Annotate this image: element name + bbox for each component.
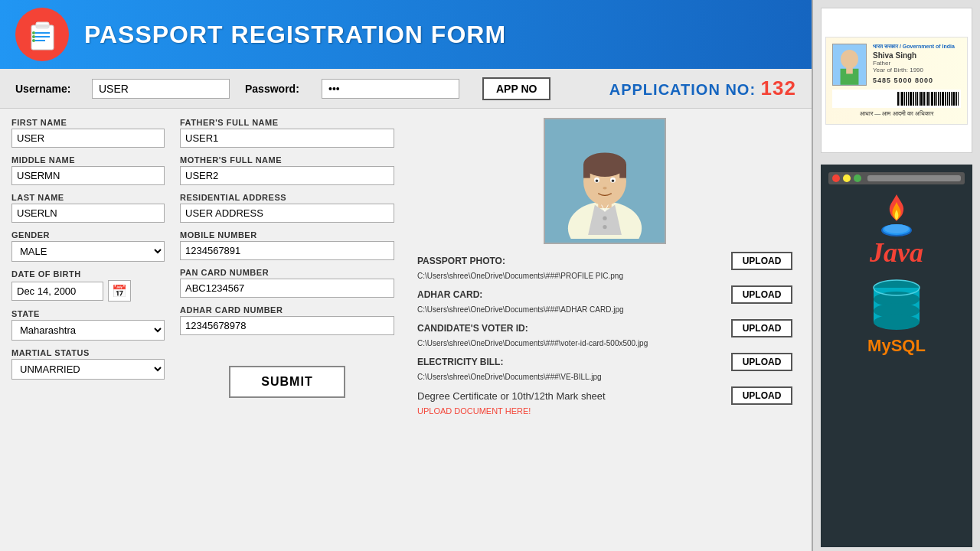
passport-photo-display [544,118,666,244]
header: PASSPORT REGISTRATION FORM [0,0,812,69]
svg-point-8 [32,39,35,42]
gender-group: GENDER MALE FEMALE OTHER [11,230,165,262]
electricity-bill-upload-header: ELECTRICITY BILL: UPLOAD [417,353,792,371]
svg-rect-2 [36,24,49,28]
degree-cert-upload-header: Degree Certificate or 10th/12th Mark she… [417,386,792,405]
username-label: Username: [15,83,77,95]
last-name-input[interactable] [11,204,165,223]
marital-status-label: MARTIAL STATUS [11,348,165,357]
svg-point-18 [596,179,599,182]
svg-point-24 [841,49,858,68]
svg-rect-55 [958,92,959,106]
svg-rect-41 [927,92,929,106]
middle-column: FATHER'S FULL NAME MOTHER'S FULL NAME RE… [180,118,394,542]
avatar [551,124,658,239]
gender-select[interactable]: MALE FEMALE OTHER [11,241,165,262]
submit-button[interactable]: SUBMIT [229,366,345,398]
svg-rect-14 [583,165,590,178]
password-input[interactable] [322,79,459,99]
passport-photo-upload-label: PASSPORT PHOTO: [417,256,505,266]
voter-id-upload-label: CANDIDATE'S VOTER ID: [417,323,528,334]
right-column: PASSPORT PHOTO: UPLOAD C:\Users\shree\On… [410,118,800,542]
app-no-button[interactable]: APP NO [482,77,550,100]
gender-label: GENDER [11,230,165,240]
electricity-bill-upload-btn[interactable]: UPLOAD [731,353,792,371]
dob-label: DATE OF BIRTH [11,269,165,279]
mobile-input[interactable] [180,241,394,260]
first-name-label: FIRST NAME [11,118,165,127]
upload-doc-here-label: UPLOAD DOCUMENT HERE! [417,406,531,416]
marital-status-group: MARTIAL STATUS UNMARRIED MARRIED DIVORCE… [11,348,165,380]
upload-section: PASSPORT PHOTO: UPLOAD C:\Users\shree\On… [410,252,800,421]
svg-point-58 [884,224,909,233]
calendar-button[interactable]: 📅 [108,280,131,302]
svg-rect-33 [910,92,912,106]
mobile-group: MOBILE NUMBER [180,230,394,260]
passport-photo-upload-row: PASSPORT PHOTO: UPLOAD C:\Users\shree\On… [417,252,792,282]
degree-cert-upload-row: Degree Certificate or 10th/12th Mark she… [417,386,792,418]
svg-rect-49 [945,92,946,106]
left-column: FIRST NAME MIDDLE NAME LAST NAME GENDER … [11,118,165,542]
svg-rect-35 [915,92,916,106]
svg-rect-44 [934,92,936,106]
username-input[interactable] [92,79,230,99]
svg-rect-32 [908,92,909,106]
java-text: Java [870,236,923,269]
svg-rect-30 [904,92,905,106]
adhar-card-label: ADHAR CARD NUMBER [180,305,394,315]
degree-cert-upload-btn[interactable]: UPLOAD [731,386,792,405]
fathers-name-group: FATHER'S FULL NAME [180,118,394,148]
svg-rect-48 [942,92,944,106]
mobile-label: MOBILE NUMBER [180,230,394,240]
state-select[interactable]: Maharashtra Delhi Karnataka Tamil Nadu [11,320,165,341]
svg-point-22 [603,224,606,228]
middle-name-input[interactable] [11,166,165,185]
address-group: RESIDENTIAL ADDRESS [180,193,394,223]
svg-rect-38 [920,92,923,106]
svg-rect-31 [906,92,907,106]
voter-id-upload-row: CANDIDATE'S VOTER ID: UPLOAD C:\Users\sh… [417,319,792,350]
passport-photo-upload-header: PASSPORT PHOTO: UPLOAD [417,252,792,270]
adhar-card-input[interactable] [180,316,394,335]
electricity-bill-upload-label: ELECTRICITY BILL: [417,357,503,367]
pan-card-input[interactable] [180,279,394,298]
middle-name-group: MIDDLE NAME [11,155,165,185]
passport-photo-path: C:\Users\shree\OneDrive\Documents\###\PR… [417,272,623,280]
fathers-name-label: FATHER'S FULL NAME [180,118,394,127]
svg-rect-26 [846,66,853,73]
marital-status-select[interactable]: UNMARRIED MARRIED DIVORCED WIDOWED [11,359,165,380]
voter-id-upload-btn[interactable]: UPLOAD [731,319,792,337]
svg-rect-53 [952,92,955,106]
first-name-group: FIRST NAME [11,118,165,148]
submit-area: SUBMIT [180,358,394,398]
right-sidebar: भारत सरकार / Government of India Shiva S… [812,0,980,551]
adhar-card-path: C:\Users\shree\OneDrive\Documents\###\AD… [417,305,624,314]
voter-id-path: C:\Users\shree\OneDrive\Documents\###\vo… [417,339,648,347]
svg-rect-47 [940,92,941,106]
svg-rect-50 [947,92,948,106]
adhar-card-upload-header: ADHAR CARD: UPLOAD [417,285,792,304]
svg-point-63 [874,315,920,330]
address-input[interactable] [180,204,394,223]
first-name-input[interactable] [11,129,165,148]
passport-photo-upload-btn[interactable]: UPLOAD [731,252,792,270]
svg-rect-29 [901,92,903,106]
adhar-card-upload-label: ADHAR CARD: [417,289,482,300]
svg-rect-46 [938,92,939,106]
java-mysql-section: Java MySQL [821,165,972,547]
last-name-group: LAST NAME [11,193,165,223]
voter-id-upload-header: CANDIDATE'S VOTER ID: UPLOAD [417,319,792,337]
electricity-bill-upload-row: ELECTRICITY BILL: UPLOAD C:\Users\shree\… [417,353,792,383]
fathers-name-input[interactable] [180,129,394,148]
state-group: STATE Maharashtra Delhi Karnataka Tamil … [11,309,165,341]
svg-rect-39 [923,92,925,106]
form-body: FIRST NAME MIDDLE NAME LAST NAME GENDER … [0,109,812,551]
dob-input[interactable] [11,282,103,301]
page-title: PASSPORT REGISTRATION FORM [84,21,506,49]
adhar-card-upload-btn[interactable]: UPLOAD [731,285,792,304]
middle-name-label: MIDDLE NAME [11,155,165,165]
svg-point-19 [612,179,615,182]
mothers-name-input[interactable] [180,166,394,185]
mysql-text: MySQL [867,336,926,356]
svg-rect-54 [956,92,957,106]
